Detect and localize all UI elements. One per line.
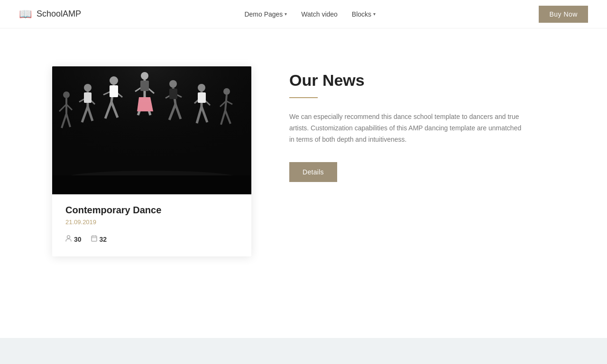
card-body: Contemporary Dance 21.09.2019 30 <box>52 194 251 256</box>
dance-scene-svg <box>52 66 251 194</box>
card-title: Contemporary Dance <box>65 205 238 216</box>
main-content: Contemporary Dance 21.09.2019 30 <box>0 28 607 285</box>
buy-now-button[interactable]: Buy Now <box>539 6 588 23</box>
svg-point-52 <box>67 236 70 238</box>
stat-comments: 32 <box>91 235 107 243</box>
svg-rect-53 <box>92 236 97 241</box>
chevron-down-icon: ▾ <box>285 11 287 17</box>
footer-bar <box>0 338 607 364</box>
nav-item-watch-video[interactable]: Watch video <box>301 10 338 18</box>
news-title: Our News <box>289 71 555 90</box>
nav-item-demo-pages-label: Demo Pages <box>244 10 283 18</box>
news-card: Contemporary Dance 21.09.2019 30 <box>52 66 251 256</box>
chevron-down-icon-2: ▾ <box>373 11 376 17</box>
nav-item-blocks-label: Blocks <box>352 10 371 18</box>
calendar-icon <box>91 235 97 243</box>
news-description: We can especially recommend this dance s… <box>289 111 522 145</box>
card-image <box>52 66 251 194</box>
stat-views: 30 <box>65 235 82 243</box>
logo-icon: 📖 <box>19 8 32 20</box>
news-divider <box>289 97 318 98</box>
navbar-right: Buy Now <box>539 6 588 23</box>
svg-rect-51 <box>52 175 251 194</box>
navbar-center: Demo Pages ▾ Watch video Blocks ▾ <box>244 10 376 18</box>
stat-comments-count: 32 <box>100 236 107 243</box>
stat-views-count: 30 <box>74 236 82 243</box>
nav-item-demo-pages[interactable]: Demo Pages ▾ <box>244 10 287 18</box>
logo-text: SchoolAMP <box>37 9 81 19</box>
card-stats: 30 32 <box>65 235 238 243</box>
person-icon <box>65 235 72 243</box>
card-date: 21.09.2019 <box>65 218 238 226</box>
news-section: Our News We can especially recommend thi… <box>289 66 555 182</box>
nav-item-blocks[interactable]: Blocks ▾ <box>352 10 376 18</box>
nav-item-watch-video-label: Watch video <box>301 10 338 18</box>
details-button[interactable]: Details <box>289 162 337 182</box>
svg-rect-50 <box>52 66 251 194</box>
navbar-logo-area: 📖 SchoolAMP <box>19 8 81 20</box>
navbar: 📖 SchoolAMP Demo Pages ▾ Watch video Blo… <box>0 0 607 28</box>
